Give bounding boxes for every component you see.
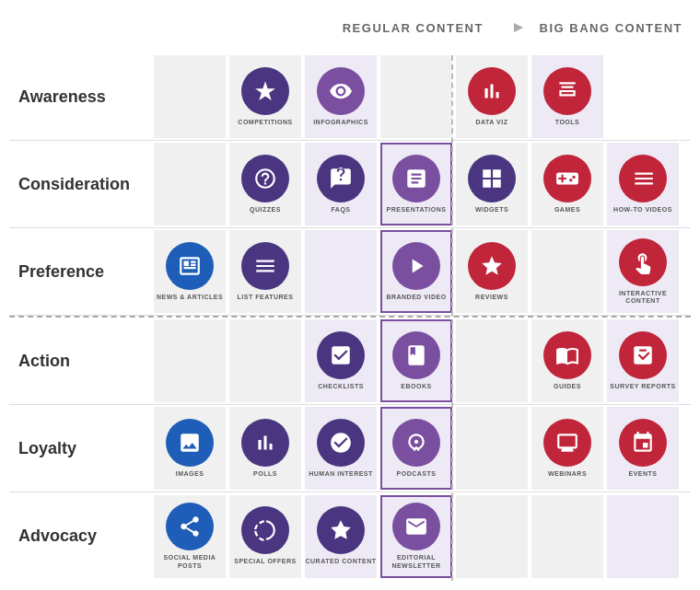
cell-empty — [531, 495, 603, 578]
label-listfeatures: LIST FEATURES — [238, 294, 294, 301]
row-consideration: Consideration QUIZZES FAQS — [9, 141, 691, 228]
cell-empty — [456, 319, 528, 402]
label-newsletter: EDITORIAL NEWSLETTER — [382, 554, 450, 570]
icon-images — [166, 419, 214, 467]
cell-empty — [531, 230, 603, 313]
cell-humaninterest: HUMAN INTEREST — [305, 407, 377, 490]
chart-container: REGULAR CONTENT BIG BANG CONTENT Awarene… — [0, 0, 700, 590]
header-bigbang: BIG BANG CONTENT — [531, 21, 691, 35]
label-awareness: Awareness — [9, 83, 152, 111]
label-ebooks: EBOOKS — [401, 383, 431, 390]
icon-quizzes — [241, 155, 289, 202]
cell-dataviz: DATA VIZ — [456, 55, 528, 138]
label-preference: Preference — [9, 258, 152, 286]
label-howto: HOW-TO VIDEOS — [613, 206, 672, 214]
label-infographics: INFOGRAPHICS — [313, 119, 368, 126]
label-survey: SURVEY REPORTS — [610, 383, 675, 390]
label-polls: POLLS — [253, 470, 277, 478]
label-faqs: FAQS — [331, 206, 350, 214]
cell-empty — [456, 495, 528, 578]
cell-news: NEWS & ARTICLES — [154, 230, 226, 313]
icon-howto — [619, 155, 667, 202]
label-widgets: WIDGETS — [475, 206, 508, 214]
icon-newsletter — [392, 503, 440, 550]
icon-ebooks — [392, 331, 440, 379]
icon-games — [543, 155, 591, 202]
icon-polls — [241, 419, 289, 467]
icon-survey — [619, 331, 667, 379]
label-reviews: REVIEWS — [475, 294, 508, 301]
cell-polls: POLLS — [229, 407, 301, 490]
cell-social: SOCIAL MEDIA POSTS — [154, 495, 226, 578]
icon-offers — [241, 506, 289, 554]
cell-empty — [456, 407, 528, 490]
icon-reviews — [468, 242, 516, 290]
cell-listfeatures: LIST FEATURES — [229, 230, 301, 313]
label-curated: CURATED CONTENT — [306, 558, 377, 565]
vertical-divider — [451, 55, 453, 581]
label-games: GAMES — [554, 206, 580, 214]
icon-competitions — [241, 67, 289, 115]
icon-social — [166, 503, 214, 550]
cell-reviews: REVIEWS — [456, 230, 528, 313]
cell-empty — [305, 230, 377, 313]
icon-listfeatures — [241, 242, 289, 290]
cell-events: EVENTS — [607, 407, 679, 490]
label-webinars: WEBINARS — [548, 470, 587, 478]
label-presentations: PRESENTATIONS — [387, 206, 447, 214]
cell-faqs: FAQS — [305, 143, 377, 226]
label-events: EVENTS — [628, 470, 657, 478]
icon-infographics — [317, 67, 365, 115]
cell-empty — [154, 319, 226, 402]
label-advocacy: Advocacy — [9, 522, 152, 550]
label-social: SOCIAL MEDIA POSTS — [154, 554, 226, 570]
label-offers: SPECIAL OFFERS — [234, 558, 297, 565]
cell-tools: TOOLS — [531, 55, 603, 138]
cell-empty — [154, 143, 226, 226]
rows-container: Awareness COMPETITIONS INFOGRAPHICS — [9, 53, 691, 580]
row-action: Action CHECKLISTS EBOO — [9, 316, 691, 405]
label-quizzes: QUIZZES — [250, 206, 281, 214]
cell-empty — [229, 319, 301, 402]
cell-brandedvideo: BRANDED VIDEO — [380, 230, 452, 313]
header-regular: REGULAR CONTENT — [313, 21, 513, 35]
cell-survey: SURVEY REPORTS — [607, 319, 679, 402]
label-competitions: COMPETITIONS — [238, 119, 292, 126]
cell-podcasts: PODCASTS — [380, 407, 452, 490]
label-images: IMAGES — [176, 470, 204, 478]
label-consideration: Consideration — [9, 170, 152, 199]
cell-quizzes: QUIZZES — [229, 143, 301, 226]
cell-checklists: CHECKLISTS — [305, 319, 377, 402]
label-dataviz: DATA VIZ — [476, 119, 508, 126]
cell-webinars: WEBINARS — [531, 407, 603, 490]
label-humaninterest: HUMAN INTEREST — [309, 470, 373, 478]
icon-dataviz — [468, 67, 516, 115]
row-preference: Preference NEWS & ARTICLES LIST FEATURES — [9, 228, 691, 316]
row-advocacy: Advocacy SOCIAL MEDIA POSTS SPECIAL OFFE… — [9, 492, 691, 580]
label-checklists: CHECKLISTS — [318, 383, 364, 390]
icon-guides — [543, 331, 591, 379]
cell-ebooks: EBOOKS — [380, 319, 452, 402]
icon-podcasts — [392, 419, 440, 467]
label-tools: TOOLS — [555, 119, 579, 126]
cell-newsletter: EDITORIAL NEWSLETTER — [380, 495, 452, 578]
label-interactive: INTERACTIVE CONTENT — [607, 290, 679, 306]
label-podcasts: PODCASTS — [397, 470, 437, 478]
cell-guides: GUIDES — [531, 319, 603, 402]
cell-howto: HOW-TO VIDEOS — [607, 143, 679, 226]
label-brandedvideo: BRANDED VIDEO — [386, 294, 446, 301]
cell-competitions: COMPETITIONS — [229, 55, 301, 138]
cell-empty — [154, 55, 226, 138]
icon-curated — [317, 506, 365, 554]
cell-presentations: PRESENTATIONS — [380, 143, 452, 226]
icon-events — [619, 419, 667, 467]
row-loyalty: Loyalty IMAGES POLLS — [9, 405, 691, 492]
icon-humaninterest — [317, 419, 365, 467]
label-action: Action — [9, 347, 152, 376]
icon-checklists — [317, 331, 365, 379]
icon-presentations — [392, 155, 440, 202]
icon-brandedvideo — [392, 242, 440, 290]
cell-curated: CURATED CONTENT — [305, 495, 377, 578]
cell-widgets: WIDGETS — [456, 143, 528, 226]
cell-images: IMAGES — [154, 407, 226, 490]
